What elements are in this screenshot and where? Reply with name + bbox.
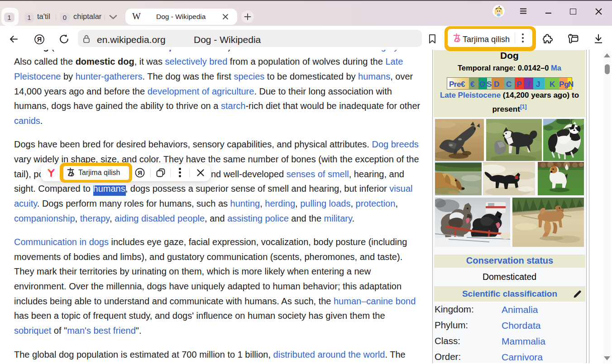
svg-text:Я: Я (37, 36, 42, 43)
svg-text:Я: Я (138, 170, 142, 176)
